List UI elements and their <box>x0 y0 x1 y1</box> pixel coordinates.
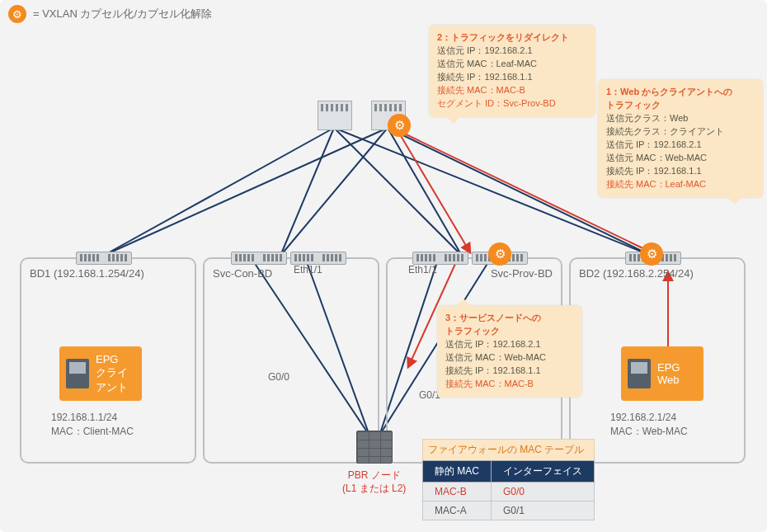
port-eth-right: Eth1/1 <box>408 264 437 275</box>
mac-table-row: MAC-A G0/1 <box>423 501 595 520</box>
firewall-icon <box>356 431 393 464</box>
pbr-node-label: PBR ノード (L1 または L2) <box>342 468 406 495</box>
mac-table-row: MAC-B G0/0 <box>423 483 595 501</box>
mac-table: ファイアウォールの MAC テーブル 静的 MAC インターフェイス MAC-B… <box>422 439 595 520</box>
vxlan-node-spine <box>388 114 411 137</box>
svg-line-0 <box>103 128 334 256</box>
leaf-svc-prov-1 <box>412 252 468 265</box>
mac-table-caption: ファイアウォールの MAC テーブル <box>422 439 595 460</box>
vxlan-node-bd2 <box>640 242 663 266</box>
bd1-title: BD1 (192.168.1.254/24) <box>30 267 144 280</box>
mac-table-h2: インターフェイス <box>492 461 595 483</box>
epg-client-l3: アント <box>96 380 128 395</box>
server-icon <box>66 359 89 388</box>
spine-switch-1 <box>318 101 352 130</box>
leaf-svc-con-2 <box>290 252 346 265</box>
epg-client-ip: 192.168.1.1/24 MAC：Client-MAC <box>51 411 134 439</box>
callout-1: 1：Web からクライアントへの トラフィック 送信元クラス：Web 接続先クラ… <box>598 79 763 198</box>
svg-line-5 <box>280 128 388 256</box>
epg-web-l1: EPG <box>657 361 680 374</box>
epg-client-l1: EPG <box>96 353 128 365</box>
mac-table-cell: G0/0 <box>492 483 595 501</box>
port-eth-left: Eth1/1 <box>294 264 322 275</box>
bd4-title: BD2 (192.168.2.254/24) <box>579 267 694 280</box>
bd2-title: Svc-Con-BD <box>213 267 272 280</box>
mac-table-cell: MAC-B <box>423 483 492 501</box>
svg-line-4 <box>103 128 388 256</box>
leaf-bd1 <box>76 252 132 265</box>
svg-line-1 <box>280 128 334 256</box>
server-icon <box>628 359 651 388</box>
epg-client: EPG クライ アント <box>59 346 142 401</box>
bd2-box: Svc-Con-BD <box>203 257 379 464</box>
vxlan-node-svcprov <box>488 242 511 266</box>
mac-table-h1: 静的 MAC <box>423 461 492 483</box>
epg-client-l2: クライ <box>96 365 128 380</box>
epg-web: EPG Web <box>621 346 703 401</box>
epg-web-l2: Web <box>657 374 680 386</box>
bd3-title: Svc-Prov-BD <box>491 267 553 280</box>
epg-web-ip: 192.168.2.1/24 MAC：Web-MAC <box>610 411 688 439</box>
diagram-stage: = VXLAN カプセル化/カプセル化解除 <box>0 0 767 532</box>
port-g00: G0/0 <box>268 371 289 383</box>
callout-2: 2：トラフィックをリダイレクト 送信元 IP：192.168.2.1 送信元 M… <box>429 25 595 117</box>
mac-table-cell: G0/1 <box>492 501 595 520</box>
mac-table-cell: MAC-A <box>423 501 492 520</box>
mac-table-header-row: 静的 MAC インターフェイス <box>423 461 595 483</box>
callout-3: 3：サービスノードへの トラフィック 送信元 IP：192.168.2.1 送信… <box>437 305 582 398</box>
leaf-svc-con-1 <box>231 252 287 265</box>
